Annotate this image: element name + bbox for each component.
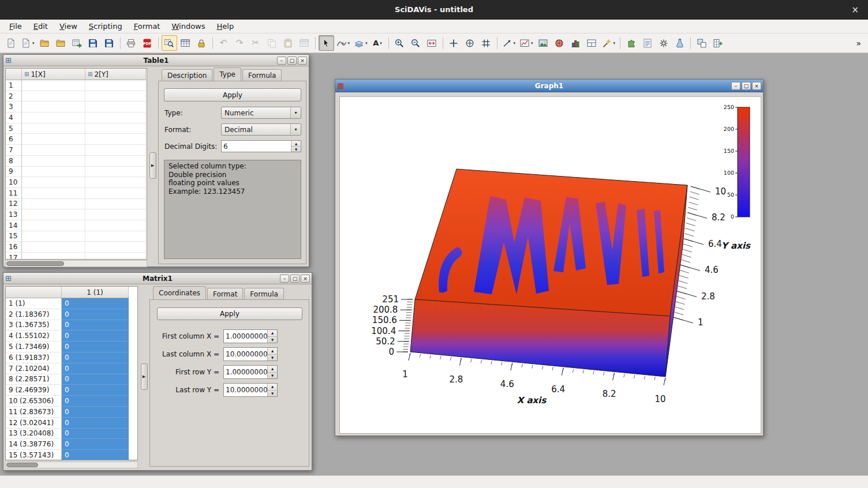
maximize-icon[interactable]: □ — [742, 82, 751, 90]
spin-down-icon[interactable]: ▼ — [268, 373, 277, 379]
lock-toolbars-button[interactable] — [194, 35, 209, 51]
select-data-range-dropdown[interactable]: ▾ — [335, 35, 352, 51]
close-icon[interactable]: × — [752, 82, 761, 90]
add-text-dropdown[interactable]: A▾ — [370, 35, 386, 51]
table-cell[interactable] — [85, 102, 146, 112]
spin-down-icon[interactable]: ▼ — [291, 147, 301, 152]
table-cell[interactable] — [85, 145, 146, 156]
add-layer-button[interactable] — [584, 35, 600, 51]
row-number[interactable]: 12 — [6, 199, 22, 210]
matrix-row-header[interactable]: 11 (2.83673) — [6, 407, 62, 418]
table-cell[interactable] — [22, 145, 85, 156]
chevron-down-icon[interactable]: ▾ — [290, 124, 301, 135]
matrix1-corner-cell[interactable] — [6, 287, 62, 298]
apply-button[interactable]: Apply — [157, 307, 302, 320]
row-number[interactable]: 2 — [6, 91, 22, 102]
toolbar-overflow-icon[interactable]: » — [852, 39, 865, 48]
table-cell[interactable] — [22, 91, 85, 102]
preferences-button[interactable] — [656, 35, 671, 51]
draw-arrow-dropdown[interactable]: ▾ — [500, 35, 518, 51]
table1-column-header-y[interactable]: ⊞ 2[Y] — [85, 69, 146, 80]
row-number[interactable]: 14 — [6, 220, 22, 231]
matrix-cell-selected[interactable]: 0 — [62, 341, 129, 352]
row-number[interactable]: 16 — [6, 242, 22, 253]
table-cell[interactable] — [85, 177, 146, 188]
tab-format[interactable]: Format — [207, 288, 243, 299]
matrix-row-header[interactable]: 10 (2.65306) — [6, 396, 62, 407]
save-project-as-button[interactable] — [102, 35, 117, 51]
table-cell[interactable] — [22, 80, 85, 91]
table-cell[interactable] — [22, 199, 85, 210]
print-button[interactable] — [124, 35, 139, 51]
move-data-points-button[interactable] — [446, 35, 462, 51]
matrix-row-header[interactable]: 7 (2.10204) — [6, 363, 62, 374]
matrix-cell-selected[interactable]: 0 — [62, 385, 129, 396]
spinner-value[interactable]: 1.00000000 — [224, 366, 267, 378]
row-number[interactable]: 15 — [6, 231, 22, 242]
rescale-axes-button[interactable] — [424, 35, 440, 51]
row-number[interactable]: 10 — [6, 177, 22, 188]
table-cell[interactable] — [22, 123, 85, 134]
new-project-button[interactable] — [3, 35, 18, 51]
table-cell[interactable] — [85, 112, 146, 123]
matrix-cell-selected[interactable]: 0 — [62, 352, 129, 363]
pointer-tool-button[interactable] — [319, 35, 334, 51]
table-cell[interactable] — [85, 91, 146, 102]
table-cell[interactable] — [85, 209, 146, 220]
chevron-down-icon[interactable]: ▾ — [290, 107, 301, 118]
plot-wizard-dropdown[interactable]: ▾ — [600, 35, 618, 51]
first-row-y-spinner[interactable]: 1.00000000 ▲ ▼ — [223, 365, 278, 379]
screen-reader-dropdown[interactable]: ▾ — [352, 35, 369, 51]
matrix-cell-selected[interactable]: 0 — [62, 439, 129, 450]
matrix-row-header[interactable]: 5 (1.73469) — [6, 341, 62, 352]
matrix-row-header[interactable]: 13 (3.20408) — [6, 429, 62, 440]
table1-titlebar[interactable]: ⊞ Table1 – □ × — [3, 55, 309, 66]
row-number[interactable]: 7 — [6, 145, 22, 156]
spin-up-icon[interactable]: ▲ — [268, 384, 277, 391]
table-cell[interactable] — [22, 102, 85, 112]
minimize-icon[interactable]: – — [280, 275, 289, 283]
spin-up-icon[interactable]: ▲ — [268, 366, 277, 373]
spinner-value[interactable]: 6 — [222, 141, 291, 152]
new-window-dropdown[interactable]: ▾ — [19, 35, 36, 51]
table-cell[interactable] — [85, 80, 146, 91]
table-cell[interactable] — [85, 156, 146, 167]
append-project-button[interactable] — [53, 35, 69, 51]
row-number[interactable]: 5 — [6, 123, 22, 134]
table-cell[interactable] — [22, 220, 85, 231]
table-cell[interactable] — [22, 209, 85, 220]
minimize-icon[interactable]: – — [731, 82, 740, 90]
matrix-cell-selected[interactable]: 0 — [62, 396, 129, 407]
matrix-row-header[interactable]: 15 (3.57143) — [6, 450, 62, 460]
spinner-value[interactable]: 10.0000000 — [224, 348, 267, 361]
find-window-button[interactable] — [162, 35, 177, 51]
export-pdf-button[interactable]: PDF — [140, 35, 155, 51]
last-row-y-spinner[interactable]: 10.0000000 ▲ ▼ — [223, 383, 278, 397]
menu-help[interactable]: Help — [211, 20, 240, 32]
minimize-icon[interactable]: – — [277, 57, 286, 65]
row-number[interactable]: 11 — [6, 188, 22, 199]
row-number[interactable]: 13 — [6, 209, 22, 220]
first-column-x-spinner[interactable]: 1.00000000 ▲ ▼ — [223, 329, 278, 343]
draw-data-points-button[interactable] — [478, 35, 494, 51]
table-cell[interactable] — [22, 112, 85, 123]
table1-hscrollbar[interactable] — [5, 260, 147, 267]
matrix-cell-selected[interactable]: 0 — [62, 450, 129, 460]
row-number[interactable]: 3 — [6, 102, 22, 112]
matrix1-hscrollbar[interactable] — [5, 461, 138, 468]
decimal-digits-spinner[interactable]: 6 ▲ ▼ — [221, 140, 301, 152]
matrix1-column-header[interactable]: 1 (1) — [62, 287, 129, 298]
matrix1-titlebar[interactable]: ⊞ Matrix1 – □ × — [3, 273, 312, 284]
table-cell[interactable] — [22, 177, 85, 188]
plot-3d-button[interactable] — [552, 35, 567, 51]
table-cell[interactable] — [85, 188, 146, 199]
add-image-button[interactable] — [536, 35, 551, 51]
notes-button[interactable] — [639, 35, 655, 51]
script-window-button[interactable] — [623, 35, 639, 51]
matrix-row-header[interactable]: 6 (1.91837) — [6, 352, 62, 363]
table-cell[interactable] — [22, 134, 85, 145]
show-explorer-button[interactable] — [178, 35, 193, 51]
row-number[interactable]: 8 — [6, 156, 22, 167]
matrix-cell-selected[interactable]: 0 — [62, 320, 129, 331]
format-combobox[interactable]: Decimal ▾ — [221, 123, 301, 136]
